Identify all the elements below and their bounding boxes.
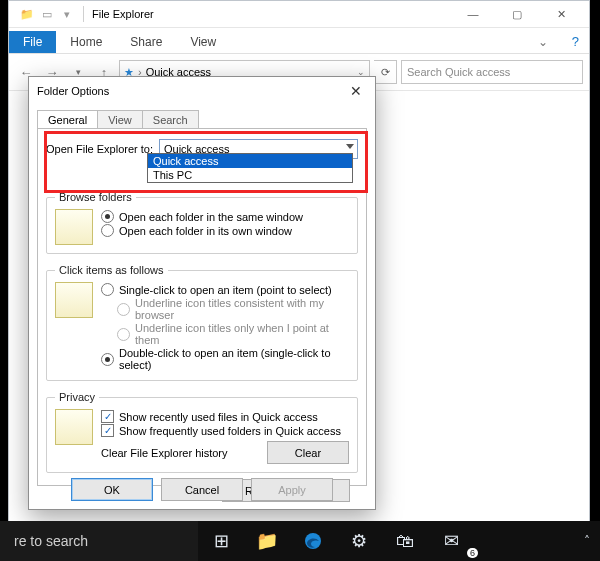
- radio-underline-browser: Underline icon titles consistent with my…: [117, 297, 349, 321]
- dialog-close-button[interactable]: ✕: [345, 80, 367, 102]
- tray-chevron-icon[interactable]: ˄: [584, 534, 590, 548]
- task-view-icon[interactable]: ⊞: [198, 521, 244, 561]
- folder-options-dialog: Folder Options ✕ General View Search Ope…: [28, 76, 376, 510]
- open-explorer-to-dropdown: Quick access This PC: [147, 153, 353, 183]
- search-placeholder: Search Quick access: [407, 66, 510, 78]
- tab-general[interactable]: General: [37, 110, 98, 129]
- view-tab[interactable]: View: [176, 31, 230, 53]
- ribbon: File Home Share View ⌄ ?: [9, 28, 589, 54]
- minimize-button[interactable]: —: [451, 1, 495, 27]
- tab-search[interactable]: Search: [142, 110, 199, 129]
- folder-icon: 📁: [19, 6, 35, 22]
- radio-single-click[interactable]: Single-click to open an item (point to s…: [101, 283, 349, 296]
- titlebar: 📁 ▭ ▾ File Explorer — ▢ ✕: [9, 1, 589, 28]
- share-tab[interactable]: Share: [116, 31, 176, 53]
- edge-icon[interactable]: [290, 521, 336, 561]
- browse-folders-group: Browse folders Open each folder in the s…: [46, 191, 358, 254]
- dialog-body: Open File Explorer to: Quick access Quic…: [37, 128, 367, 486]
- qat-dropdown-icon[interactable]: ▾: [59, 6, 75, 22]
- file-tab[interactable]: File: [9, 31, 56, 53]
- taskbar: re to search ⊞ 📁 ⚙ 🛍 ✉ ˄: [0, 521, 600, 561]
- radio-icon: [101, 353, 114, 366]
- window-title: File Explorer: [92, 8, 154, 20]
- close-button[interactable]: ✕: [539, 1, 583, 27]
- browse-folders-icon: [55, 209, 93, 245]
- chevron-down-icon: [346, 144, 354, 149]
- maximize-button[interactable]: ▢: [495, 1, 539, 27]
- settings-icon[interactable]: ⚙: [336, 521, 382, 561]
- option-quick-access[interactable]: Quick access: [148, 154, 352, 168]
- click-items-group: Click items as follows Single-click to o…: [46, 264, 358, 381]
- dialog-title: Folder Options: [37, 85, 109, 97]
- privacy-icon: [55, 409, 93, 445]
- home-tab[interactable]: Home: [56, 31, 116, 53]
- radio-icon: [101, 210, 114, 223]
- refresh-button[interactable]: ⟳: [374, 60, 397, 84]
- ribbon-collapse-icon[interactable]: ⌄: [524, 31, 562, 53]
- radio-same-window[interactable]: Open each folder in the same window: [101, 210, 349, 223]
- checkbox-icon: [101, 424, 114, 437]
- clear-history-label: Clear File Explorer history: [101, 447, 228, 459]
- checkbox-icon: [101, 410, 114, 423]
- browse-folders-legend: Browse folders: [55, 191, 136, 203]
- open-explorer-to-label: Open File Explorer to:: [46, 143, 153, 155]
- clear-button[interactable]: Clear: [267, 441, 349, 464]
- search-input[interactable]: Search Quick access: [401, 60, 583, 84]
- cancel-button[interactable]: Cancel: [161, 478, 243, 501]
- mail-icon[interactable]: ✉: [428, 521, 474, 561]
- checkbox-recent-files[interactable]: Show recently used files in Quick access: [101, 410, 349, 423]
- radio-own-window[interactable]: Open each folder in its own window: [101, 224, 349, 237]
- radio-icon: [101, 224, 114, 237]
- taskbar-search[interactable]: re to search: [0, 521, 198, 561]
- option-this-pc[interactable]: This PC: [148, 168, 352, 182]
- radio-icon: [117, 303, 130, 316]
- help-icon[interactable]: ?: [562, 30, 589, 53]
- ok-button[interactable]: OK: [71, 478, 153, 501]
- privacy-group: Privacy Show recently used files in Quic…: [46, 391, 358, 473]
- doc-icon: ▭: [39, 6, 55, 22]
- radio-double-click[interactable]: Double-click to open an item (single-cli…: [101, 347, 349, 371]
- click-items-legend: Click items as follows: [55, 264, 168, 276]
- radio-icon: [117, 328, 130, 341]
- radio-underline-point: Underline icon titles only when I point …: [117, 322, 349, 346]
- apply-button[interactable]: Apply: [251, 478, 333, 501]
- checkbox-frequent-folders[interactable]: Show frequently used folders in Quick ac…: [101, 424, 349, 437]
- store-icon[interactable]: 🛍: [382, 521, 428, 561]
- tab-view[interactable]: View: [97, 110, 143, 129]
- click-items-icon: [55, 282, 93, 318]
- radio-icon: [101, 283, 114, 296]
- privacy-legend: Privacy: [55, 391, 99, 403]
- file-explorer-taskbar-icon[interactable]: 📁: [244, 521, 290, 561]
